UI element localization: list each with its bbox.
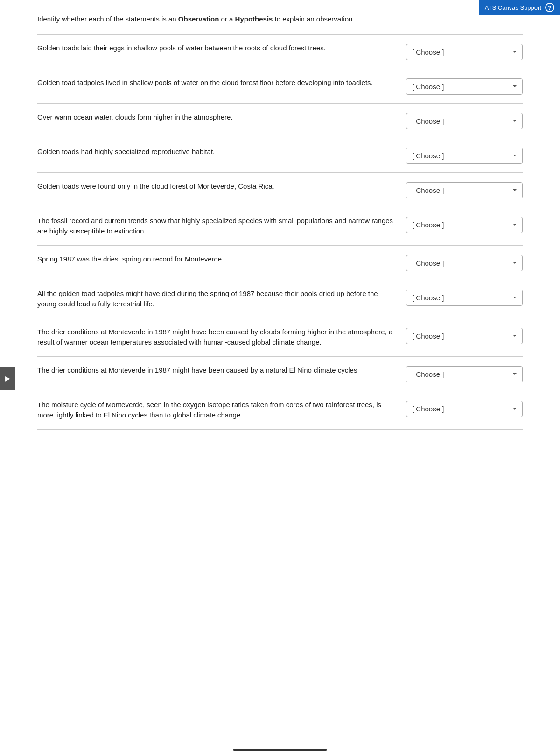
table-row: Over warm ocean water, clouds form highe… bbox=[37, 104, 523, 138]
table-row: The drier conditions at Monteverde in 19… bbox=[37, 318, 523, 357]
dropdown-wrapper-5: [ Choose ]ObservationHypothesis bbox=[406, 181, 523, 198]
dropdown-wrapper-9: [ Choose ]ObservationHypothesis bbox=[406, 327, 523, 344]
question-text-10: The drier conditions at Monteverde in 19… bbox=[37, 365, 397, 376]
question-text-11: The moisture cycle of Monteverde, seen i… bbox=[37, 400, 397, 421]
instruction-bold-observation: Observation bbox=[178, 15, 219, 23]
table-row: The drier conditions at Monteverde in 19… bbox=[37, 357, 523, 391]
dropdown-wrapper-2: [ Choose ]ObservationHypothesis bbox=[406, 78, 523, 95]
question-text-5: Golden toads were found only in the clou… bbox=[37, 181, 397, 192]
dropdown-select-1[interactable]: [ Choose ]ObservationHypothesis bbox=[406, 44, 523, 60]
dropdown-select-4[interactable]: [ Choose ]ObservationHypothesis bbox=[406, 148, 523, 164]
question-text-8: All the golden toad tadpoles might have … bbox=[37, 289, 397, 310]
question-text-3: Over warm ocean water, clouds form highe… bbox=[37, 112, 397, 123]
dropdown-select-5[interactable]: [ Choose ]ObservationHypothesis bbox=[406, 182, 523, 198]
dropdown-wrapper-7: [ Choose ]ObservationHypothesis bbox=[406, 254, 523, 271]
instructions: Identify whether each of the statements … bbox=[37, 14, 523, 25]
dropdown-wrapper-6: [ Choose ]ObservationHypothesis bbox=[406, 216, 523, 233]
question-text-9: The drier conditions at Monteverde in 19… bbox=[37, 327, 397, 348]
sidebar-toggle-icon: ▶ bbox=[5, 374, 10, 382]
support-link[interactable]: ATS Canvas Support bbox=[485, 4, 541, 11]
table-row: All the golden toad tadpoles might have … bbox=[37, 280, 523, 318]
question-text-2: Golden toad tadpoles lived in shallow po… bbox=[37, 78, 397, 88]
sidebar-toggle-button[interactable]: ▶ bbox=[0, 367, 15, 390]
dropdown-select-3[interactable]: [ Choose ]ObservationHypothesis bbox=[406, 113, 523, 129]
instruction-text-middle: or a bbox=[219, 15, 235, 23]
dropdown-select-8[interactable]: [ Choose ]ObservationHypothesis bbox=[406, 290, 523, 306]
instruction-text-before: Identify whether each of the statements … bbox=[37, 15, 178, 23]
dropdown-select-2[interactable]: [ Choose ]ObservationHypothesis bbox=[406, 78, 523, 95]
question-text-7: Spring 1987 was the driest spring on rec… bbox=[37, 254, 397, 265]
instruction-text-after: to explain an observation. bbox=[273, 15, 354, 23]
dropdown-wrapper-4: [ Choose ]ObservationHypothesis bbox=[406, 147, 523, 164]
main-content: Identify whether each of the statements … bbox=[37, 0, 523, 458]
instruction-bold-hypothesis: Hypothesis bbox=[235, 15, 273, 23]
table-row: Golden toads were found only in the clou… bbox=[37, 173, 523, 207]
dropdown-select-10[interactable]: [ Choose ]ObservationHypothesis bbox=[406, 366, 523, 382]
scrollbar-indicator bbox=[233, 749, 327, 751]
table-row: The moisture cycle of Monteverde, seen i… bbox=[37, 391, 523, 430]
dropdown-wrapper-3: [ Choose ]ObservationHypothesis bbox=[406, 112, 523, 129]
dropdown-select-7[interactable]: [ Choose ]ObservationHypothesis bbox=[406, 255, 523, 271]
table-row: The fossil record and current trends sho… bbox=[37, 207, 523, 246]
dropdown-select-11[interactable]: [ Choose ]ObservationHypothesis bbox=[406, 401, 523, 417]
help-icon[interactable]: ? bbox=[545, 3, 554, 12]
dropdown-wrapper-10: [ Choose ]ObservationHypothesis bbox=[406, 365, 523, 382]
dropdown-wrapper-8: [ Choose ]ObservationHypothesis bbox=[406, 289, 523, 306]
table-row: Spring 1987 was the driest spring on rec… bbox=[37, 246, 523, 280]
table-row: Golden toads laid their eggs in shallow … bbox=[37, 35, 523, 69]
dropdown-select-6[interactable]: [ Choose ]ObservationHypothesis bbox=[406, 217, 523, 233]
question-text-4: Golden toads had highly specialized repr… bbox=[37, 147, 397, 157]
question-text-6: The fossil record and current trends sho… bbox=[37, 216, 397, 237]
table-row: Golden toad tadpoles lived in shallow po… bbox=[37, 69, 523, 104]
dropdown-select-9[interactable]: [ Choose ]ObservationHypothesis bbox=[406, 328, 523, 344]
dropdown-wrapper-11: [ Choose ]ObservationHypothesis bbox=[406, 400, 523, 417]
dropdown-wrapper-1: [ Choose ]ObservationHypothesis bbox=[406, 43, 523, 60]
table-row: Golden toads had highly specialized repr… bbox=[37, 138, 523, 173]
question-text-1: Golden toads laid their eggs in shallow … bbox=[37, 43, 397, 54]
top-bar: ATS Canvas Support ? bbox=[479, 0, 560, 15]
questions-container: Golden toads laid their eggs in shallow … bbox=[37, 35, 523, 430]
